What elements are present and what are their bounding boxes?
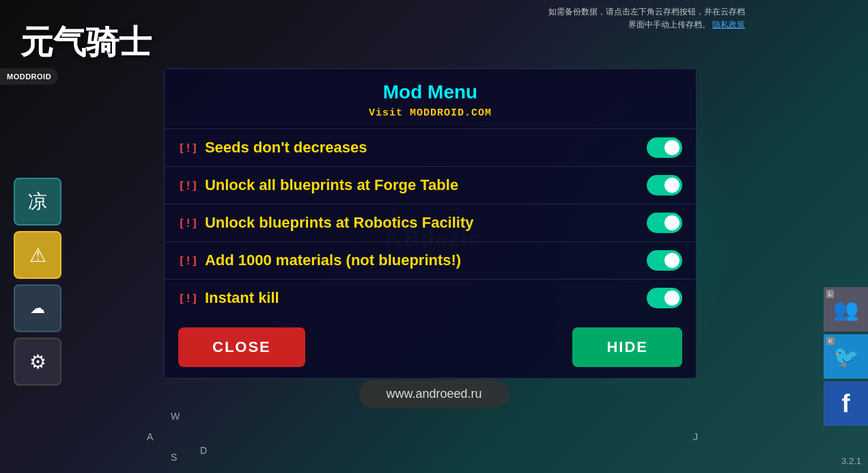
- mod-item-label-3: Add 1000 materials (not blueprints!): [205, 252, 461, 269]
- sidebar-btn-alert[interactable]: ⚠: [14, 231, 61, 279]
- mod-item-1: [!] Unlock all blueprints at Forge Table: [165, 166, 696, 204]
- sidebar-btn-char[interactable]: 凉: [14, 178, 61, 226]
- twitter-icon: 🐦: [833, 344, 858, 368]
- mod-item-left-3: [!] Add 1000 materials (not blueprints!): [178, 252, 461, 269]
- mod-item-left-2: [!] Unlock blueprints at Robotics Facili…: [178, 214, 474, 232]
- mod-menu-subtitle: Visit MODDROID.COM: [165, 107, 696, 119]
- mod-item-3: [!] Add 1000 materials (not blueprints!): [165, 241, 696, 279]
- mod-item-toggle-1[interactable]: [647, 175, 682, 195]
- game-logo: 元气骑士: [20, 21, 152, 64]
- mod-item-2: [!] Unlock blueprints at Robotics Facili…: [165, 204, 696, 241]
- notice-line2: 界面中手动上传存档。: [628, 20, 710, 29]
- social-btn-twitter[interactable]: K 🐦: [824, 334, 868, 379]
- sidebar-btn-gear[interactable]: ⚙: [14, 338, 61, 386]
- facebook-icon: f: [842, 390, 850, 418]
- mod-item-label-2: Unlock blueprints at Robotics Facility: [205, 214, 474, 232]
- mod-item-toggle-2[interactable]: [647, 213, 682, 233]
- mod-item-left-0: [!] Seeds don't decreases: [178, 139, 367, 157]
- watermark-androeed: www.androeed.ru: [359, 380, 509, 408]
- alert-icon: ⚠: [29, 244, 46, 267]
- mod-item-icon-0: [!]: [178, 141, 198, 154]
- wasd-j: J: [693, 431, 698, 442]
- mod-item-icon-4: [!]: [178, 292, 198, 305]
- mod-item-left-1: [!] Unlock all blueprints at Forge Table: [178, 176, 458, 194]
- mod-items-container: [!] Seeds don't decreases [!] Unlock all…: [165, 129, 696, 316]
- mod-item-icon-1: [!]: [178, 179, 198, 192]
- mod-item-toggle-3[interactable]: [647, 250, 682, 271]
- cloud-icon: ☁: [30, 299, 45, 317]
- mod-item-4: [!] Instant kill: [165, 279, 696, 316]
- sidebar-btn-cloud[interactable]: ☁: [14, 284, 61, 332]
- right-sidebar: L 👥 K 🐦 f: [824, 287, 868, 426]
- version-label: 3.2.1: [841, 456, 861, 466]
- mod-menu-title: Mod Menu: [165, 69, 696, 107]
- wasd-labels: W A S D J: [147, 405, 283, 473]
- close-button[interactable]: CLOSE: [178, 327, 305, 367]
- top-right-notice: 如需备份数据，请点击左下角云存档按钮，并在云存档 界面中手动上传存档。 隐私政策: [548, 5, 745, 31]
- wasd-d: D: [200, 445, 207, 456]
- gear-icon: ⚙: [29, 351, 46, 373]
- hide-button[interactable]: HIDE: [572, 327, 682, 367]
- notice-line1: 如需备份数据，请点击左下角云存档按钮，并在云存档: [548, 7, 745, 16]
- contacts-badge: L: [826, 290, 834, 298]
- mod-item-icon-3: [!]: [178, 254, 198, 267]
- mod-item-label-0: Seeds don't decreases: [205, 139, 367, 157]
- char-icon: 凉: [28, 189, 47, 215]
- mod-menu-buttons: CLOSE HIDE: [165, 316, 696, 371]
- mod-item-label-1: Unlock all blueprints at Forge Table: [205, 176, 458, 194]
- contacts-icon: 👥: [833, 297, 858, 321]
- mod-item-toggle-4[interactable]: [647, 288, 682, 308]
- social-btn-facebook[interactable]: f: [824, 381, 868, 426]
- privacy-policy-link[interactable]: 隐私政策: [712, 20, 745, 29]
- mod-item-icon-2: [!]: [178, 217, 198, 230]
- wasd-w: W: [171, 411, 180, 422]
- mod-item-left-4: [!] Instant kill: [178, 289, 279, 307]
- mod-item-0: [!] Seeds don't decreases: [165, 129, 696, 166]
- mod-menu-overlay: Mod Menu Visit MODDROID.COM [!] Seeds do…: [164, 68, 697, 379]
- twitter-badge: K: [826, 337, 835, 345]
- left-sidebar: 凉 ⚠ ☁ ⚙: [14, 178, 61, 386]
- moddroid-badge: MODDROID: [0, 68, 58, 85]
- wasd-s: S: [171, 452, 177, 463]
- mod-item-toggle-0[interactable]: [647, 137, 682, 158]
- social-btn-contacts[interactable]: L 👥: [824, 287, 868, 332]
- wasd-a: A: [147, 431, 153, 442]
- mod-item-label-4: Instant kill: [205, 289, 279, 307]
